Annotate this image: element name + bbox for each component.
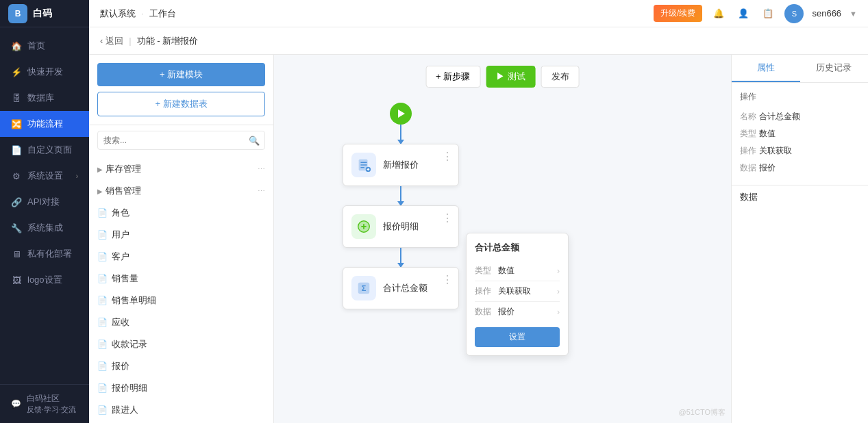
upgrade-button[interactable]: 升级/续费 (654, 5, 702, 22)
list-item[interactable]: 📄 收款记录 ⋯ (89, 333, 273, 355)
quick-icon: ⚡ (11, 66, 22, 77)
sidebar-item-custom-page[interactable]: 📄 自定义页面 (0, 137, 89, 163)
sidebar-item-api[interactable]: 🔗 API对接 (0, 189, 89, 215)
add-table-button[interactable]: + 新建数据表 (97, 92, 265, 116)
flow-container: 新增报价 ⋮ (343, 103, 459, 309)
user-dropdown-icon[interactable]: ▼ (850, 10, 857, 18)
popup-key-type: 类型 (475, 265, 494, 277)
file-icon: 📄 (97, 383, 108, 393)
flow-node-total[interactable]: Σ 合计总金额 ⋮ (343, 267, 459, 309)
user-settings-icon[interactable]: 👤 (735, 5, 752, 22)
watermark: @51CTO博客 (679, 407, 726, 418)
back-button[interactable]: ‹ 返回 (100, 35, 123, 47)
tree-group-sales[interactable]: ▶ 销售管理 ⋯ (89, 180, 273, 202)
sidebar-item-label: 功能流程 (27, 118, 63, 130)
prop-key-data: 数据 (740, 162, 759, 174)
node-menu-icon[interactable]: ⋮ (442, 273, 453, 286)
node-menu-icon[interactable]: ⋮ (442, 212, 453, 225)
group-label: 库存管理 (106, 163, 141, 175)
list-item[interactable]: 📄 报价 ⋯ (89, 355, 273, 377)
tab-properties[interactable]: 属性 (732, 55, 800, 82)
canvas-toolbar: + 新步骤 ▶ 测试 发布 (425, 66, 580, 88)
file-icon: 📄 (97, 339, 108, 349)
sidebar-item-quickdev[interactable]: ⚡ 快速开发 (0, 59, 89, 85)
tab-history[interactable]: 历史记录 (800, 55, 869, 82)
user-name: sen666 (812, 8, 841, 18)
popup-key-data: 数据 (475, 306, 494, 318)
file-icon: 📄 (97, 361, 108, 371)
group-label: 销售管理 (106, 185, 141, 197)
file-icon: 📄 (97, 296, 108, 305)
sidebar-item-logo[interactable]: 🖼 logo设置 (0, 267, 89, 293)
chevron-right-icon: › (557, 307, 560, 317)
svg-marker-0 (398, 110, 405, 118)
sidebar-item-label: API对接 (27, 196, 60, 208)
list-item[interactable]: 📄 角色 ⋯ (89, 202, 273, 224)
community-label: 白码社区 (27, 393, 76, 405)
add-module-button[interactable]: + 新建模块 (97, 63, 265, 86)
page-icon: 📄 (11, 144, 22, 155)
publish-button[interactable]: 发布 (541, 66, 580, 88)
file-icon: 📄 (97, 318, 108, 327)
list-item[interactable]: 📄 跟进人 ⋯ (89, 399, 273, 421)
chevron-right-icon: ▶ (97, 188, 103, 195)
detail-icon (356, 219, 371, 234)
add-step-button[interactable]: + 新步骤 (425, 66, 480, 88)
play-icon (395, 108, 406, 119)
sidebar-item-label: 首页 (27, 40, 45, 52)
list-item[interactable]: 📄 报价明细 ⋯ (89, 377, 273, 399)
section-title: 操作 (740, 91, 860, 103)
sidebar-item-flow[interactable]: 🔀 功能流程 (0, 111, 89, 137)
test-button[interactable]: ▶ 测试 (486, 66, 536, 88)
search-box: 🔍 (97, 131, 265, 150)
chevron-right-icon: › (76, 172, 78, 180)
tree-list: ▶ 库存管理 ⋯ ▶ 销售管理 ⋯ 📄 角色 ⋯ 📄 用户 ⋯ (89, 155, 273, 423)
flow-icon: 🔀 (11, 118, 22, 129)
notification-icon[interactable]: 🔔 (710, 5, 727, 22)
breadcrumb: 功能 - 新增报价 (137, 35, 199, 47)
sidebar-bottom[interactable]: 💬 白码社区 反馈·学习·交流 (0, 384, 89, 423)
chevron-right-icon: › (557, 287, 560, 296)
sidebar-item-label: logo设置 (27, 274, 62, 286)
svg-text:Σ: Σ (362, 284, 367, 292)
list-item[interactable]: 📄 应收 ⋯ (89, 311, 273, 333)
list-item[interactable]: 📄 客户 ⋯ (89, 246, 273, 268)
node-menu-icon[interactable]: ⋮ (442, 150, 453, 163)
popup-set-button[interactable]: 设置 (475, 327, 560, 347)
sidebar-item-database[interactable]: 🗄 数据库 (0, 85, 89, 111)
prop-val-data: 报价 (759, 162, 776, 174)
flow-node-quote-detail[interactable]: 报价明细 ⋮ (343, 205, 459, 248)
prop-row-name: 名称 合计总金额 (740, 108, 860, 125)
search-input[interactable] (97, 131, 265, 150)
prop-val-name: 合计总金额 (759, 111, 800, 123)
help-icon[interactable]: 📋 (760, 5, 776, 22)
popup-key-action: 操作 (475, 285, 494, 297)
sidebar-item-settings[interactable]: ⚙ 系统设置 › (0, 163, 89, 189)
popup-val-data: 报价 (498, 306, 553, 318)
group-actions: ⋯ (258, 165, 265, 174)
left-panel: + 新建模块 + 新建数据表 🔍 ▶ 库存管理 ⋯ ▶ 销售管理 ⋯ (89, 55, 274, 423)
prop-key-type: 类型 (740, 128, 759, 140)
sidebar-item-home[interactable]: 🏠 首页 (0, 33, 89, 59)
logo-settings-icon: 🖼 (11, 274, 22, 285)
sidebar-nav: 🏠 首页 ⚡ 快速开发 🗄 数据库 🔀 功能流程 📄 自定义页面 ⚙ 系统设置 … (0, 27, 89, 384)
sidebar-item-label: 数据库 (27, 92, 54, 104)
node-icon (351, 153, 376, 177)
topbar: 默认系统 · 工作台 升级/续费 🔔 👤 📋 S sen666 ▼ (89, 0, 868, 27)
list-item[interactable]: 📄 用户 ⋯ (89, 224, 273, 246)
content: + 新建模块 + 新建数据表 🔍 ▶ 库存管理 ⋯ ▶ 销售管理 ⋯ (89, 55, 868, 423)
sidebar-item-integration[interactable]: 🔧 系统集成 (0, 215, 89, 241)
flow-node-add-quote[interactable]: 新增报价 ⋮ (343, 144, 459, 186)
sidebar-item-label: 私有化部署 (27, 248, 72, 260)
list-item[interactable]: 📄 销售单明细 ⋯ (89, 290, 273, 311)
sidebar: B 白码 🏠 首页 ⚡ 快速开发 🗄 数据库 🔀 功能流程 📄 自定义页面 ⚙ … (0, 0, 89, 423)
file-icon: 📄 (97, 274, 108, 283)
popup-val-type: 数值 (498, 265, 553, 277)
sidebar-item-deploy[interactable]: 🖥 私有化部署 (0, 241, 89, 267)
sidebar-item-label: 自定义页面 (27, 144, 72, 156)
data-section-title: 数据 (732, 185, 868, 209)
flow-connector (400, 125, 401, 144)
node-label: 合计总金额 (383, 282, 427, 294)
tree-group-inventory[interactable]: ▶ 库存管理 ⋯ (89, 158, 273, 180)
list-item[interactable]: 📄 销售量 ⋯ (89, 268, 273, 290)
